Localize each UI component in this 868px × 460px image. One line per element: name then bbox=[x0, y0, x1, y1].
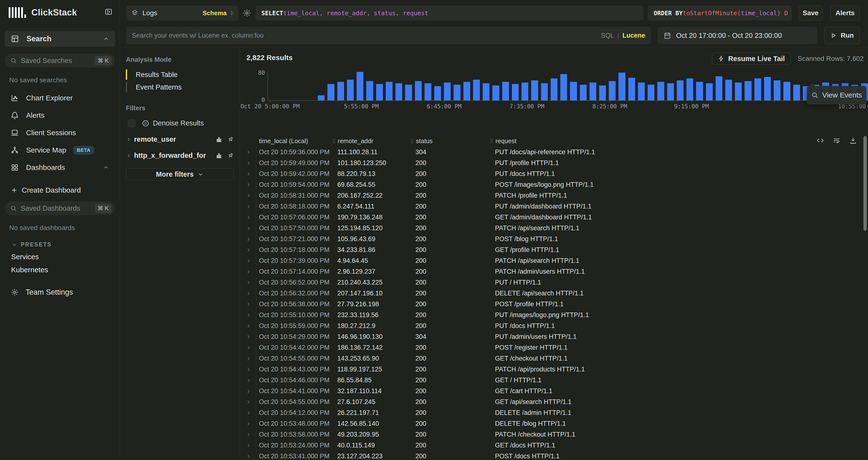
lucene-toggle[interactable]: Lucene bbox=[622, 32, 645, 39]
row-expand-chevron-icon[interactable] bbox=[245, 375, 256, 386]
table-row[interactable]: Oct 20 10:55:10.000 PM232.33.119.56200PU… bbox=[240, 310, 868, 320]
row-expand-chevron-icon[interactable] bbox=[245, 299, 256, 310]
drag-handle-icon[interactable] bbox=[332, 138, 336, 144]
column-header-request[interactable]: request bbox=[490, 137, 868, 145]
histogram-bar[interactable] bbox=[405, 85, 412, 100]
histogram-bar[interactable] bbox=[415, 81, 422, 100]
column-header-time_local[interactable]: time_local (Local) bbox=[256, 137, 332, 145]
histogram-bar[interactable] bbox=[764, 77, 771, 100]
row-expand-chevron-icon[interactable] bbox=[245, 212, 256, 223]
resume-live-tail-button[interactable]: Resume Live Tail bbox=[712, 53, 791, 65]
table-row[interactable]: Oct 20 10:54:41.000 PM32.187.110.114200G… bbox=[240, 386, 868, 397]
table-row[interactable]: Oct 20 10:59:36.000 PM111.100.28.11304PU… bbox=[240, 147, 868, 157]
table-row[interactable]: Oct 20 10:59:42.000 PM88.220.79.13200PUT… bbox=[240, 169, 868, 179]
row-expand-chevron-icon[interactable] bbox=[245, 397, 256, 407]
sidebar-item-client-sessions[interactable]: Client Sessions bbox=[5, 124, 115, 141]
histogram-bar[interactable] bbox=[745, 81, 751, 100]
row-expand-chevron-icon[interactable] bbox=[245, 255, 256, 266]
table-row[interactable]: Oct 20 10:57:14.000 PM2.96.129.237200PAT… bbox=[240, 266, 868, 277]
download-icon[interactable] bbox=[849, 137, 857, 144]
sidebar-item-chart-explorer[interactable]: Chart Explorer bbox=[5, 89, 115, 107]
row-expand-chevron-icon[interactable] bbox=[245, 266, 256, 277]
code-view-icon[interactable] bbox=[816, 137, 824, 144]
row-expand-chevron-icon[interactable] bbox=[245, 386, 256, 397]
histogram-bar[interactable] bbox=[618, 73, 625, 100]
table-row[interactable]: Oct 20 10:57:06.000 PM190.79.136.248200G… bbox=[240, 212, 868, 223]
table-row[interactable]: Oct 20 10:55:59.000 PM180.27.212.9200PUT… bbox=[240, 320, 868, 332]
row-expand-chevron-icon[interactable] bbox=[245, 179, 256, 190]
histogram-bar[interactable] bbox=[783, 82, 790, 100]
pin-icon[interactable] bbox=[227, 136, 234, 143]
row-expand-chevron-icon[interactable] bbox=[245, 342, 256, 353]
histogram-bar[interactable] bbox=[793, 85, 800, 100]
histogram-bar[interactable] bbox=[677, 80, 684, 100]
sidebar-item-search[interactable]: Search bbox=[5, 31, 115, 47]
histogram-bar[interactable] bbox=[657, 82, 664, 100]
histogram-bar[interactable] bbox=[706, 83, 713, 100]
table-row[interactable]: Oct 20 10:59:49.000 PM101.180.123.250200… bbox=[240, 157, 868, 169]
column-header-status[interactable]: status bbox=[410, 137, 490, 145]
table-row[interactable]: Oct 20 10:53:58.000 PM49.203.209.95200PA… bbox=[240, 429, 868, 440]
histogram-bar[interactable] bbox=[337, 82, 344, 100]
histogram-bar[interactable] bbox=[328, 84, 334, 100]
row-expand-chevron-icon[interactable] bbox=[245, 429, 256, 440]
histogram-bar[interactable] bbox=[425, 83, 431, 100]
table-row[interactable]: Oct 20 10:57:39.000 PM4.94.64.45200PATCH… bbox=[240, 255, 868, 266]
histogram-bar[interactable] bbox=[492, 85, 499, 100]
histogram-bar[interactable] bbox=[512, 84, 519, 100]
table-row[interactable]: Oct 20 10:54:55.000 PM143.253.65.90200GE… bbox=[240, 353, 868, 364]
sidebar-item-dashboards[interactable]: Dashboards bbox=[5, 159, 115, 176]
sql-toggle[interactable]: SQL bbox=[601, 32, 614, 39]
table-scrollbar-thumb[interactable] bbox=[863, 136, 867, 231]
histogram-bar[interactable] bbox=[318, 95, 324, 100]
histogram-bar[interactable] bbox=[638, 83, 645, 100]
histogram-bar[interactable] bbox=[580, 85, 587, 100]
table-row[interactable]: Oct 20 10:54:12.000 PM26.221.197.71200DE… bbox=[240, 407, 868, 418]
histogram-bar[interactable] bbox=[531, 80, 538, 100]
histogram-bar[interactable] bbox=[735, 83, 742, 100]
chevron-up-icon[interactable] bbox=[103, 164, 109, 171]
histogram-bar[interactable] bbox=[463, 82, 470, 100]
create-dashboard-button[interactable]: Create Dashboard bbox=[5, 185, 115, 195]
row-expand-chevron-icon[interactable] bbox=[245, 407, 256, 418]
row-expand-chevron-icon[interactable] bbox=[245, 147, 256, 157]
row-expand-chevron-icon[interactable] bbox=[245, 451, 256, 460]
sidebar-item-service-map[interactable]: Service MapBETA bbox=[5, 141, 115, 159]
table-row[interactable]: Oct 20 10:57:18.000 PM34.233.81.86200GET… bbox=[240, 245, 868, 255]
table-row[interactable]: Oct 20 10:58:31.000 PM206.167.252.22200P… bbox=[240, 190, 868, 201]
histogram-bar[interactable] bbox=[473, 80, 480, 100]
chevron-up-icon[interactable] bbox=[103, 36, 109, 42]
source-settings-gear-icon[interactable] bbox=[243, 9, 251, 18]
row-expand-chevron-icon[interactable] bbox=[245, 353, 256, 364]
row-expand-chevron-icon[interactable] bbox=[245, 418, 256, 429]
histogram-bar[interactable] bbox=[376, 84, 383, 100]
histogram-bar[interactable] bbox=[725, 80, 732, 100]
analysis-mode-results-table[interactable]: Results Table bbox=[126, 69, 234, 80]
row-expand-chevron-icon[interactable] bbox=[245, 332, 256, 342]
table-row[interactable]: Oct 20 10:54:43.000 PM118.99.197.125200P… bbox=[240, 364, 868, 375]
histogram-bar[interactable] bbox=[590, 83, 596, 100]
table-row[interactable]: Oct 20 10:54:42.000 PM186.136.72.142200P… bbox=[240, 342, 868, 353]
mini-bar-chart-icon[interactable] bbox=[216, 152, 223, 159]
row-expand-chevron-icon[interactable] bbox=[245, 157, 256, 169]
sidebar-collapse-icon[interactable] bbox=[104, 8, 113, 16]
histogram-bar[interactable] bbox=[696, 82, 703, 100]
row-expand-chevron-icon[interactable] bbox=[245, 364, 256, 375]
filter-group-remote_user[interactable]: remote_user bbox=[126, 135, 234, 143]
event-search-input[interactable]: Search your events w/ Lucene ex. column:… bbox=[126, 27, 651, 44]
alerts-button[interactable]: Alerts bbox=[830, 5, 860, 21]
saved-dashboards-input[interactable]: Saved Dashboards ⌘ K bbox=[5, 201, 115, 215]
histogram-bar[interactable] bbox=[667, 83, 674, 100]
histogram-bar[interactable] bbox=[454, 85, 460, 100]
source-select[interactable]: Logs Schema bbox=[126, 5, 238, 21]
analysis-mode-event-patterns[interactable]: Event Patterns bbox=[126, 81, 234, 93]
row-expand-chevron-icon[interactable] bbox=[245, 201, 256, 212]
histogram-bar[interactable] bbox=[386, 82, 393, 100]
table-row[interactable]: Oct 20 10:56:38.000 PM27.79.216.198200PO… bbox=[240, 299, 868, 310]
wrap-lines-icon[interactable] bbox=[833, 137, 840, 144]
table-row[interactable]: Oct 20 10:54:29.000 PM146.96.190.130304P… bbox=[240, 332, 868, 342]
histogram-bar[interactable] bbox=[541, 83, 548, 100]
histogram-bar[interactable] bbox=[502, 82, 509, 100]
histogram-bar[interactable] bbox=[396, 83, 402, 100]
presets-toggle[interactable]: PRESETS bbox=[5, 241, 115, 248]
